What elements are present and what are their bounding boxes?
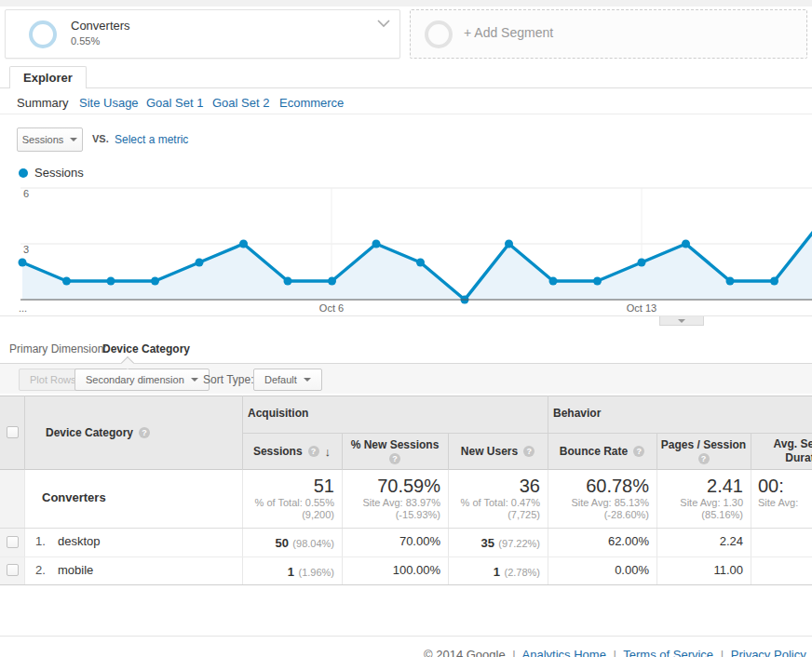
help-icon[interactable]: ? [389, 453, 400, 464]
top-strip [0, 0, 812, 7]
secondary-dimension-dropdown[interactable]: Secondary dimension [74, 369, 210, 391]
chevron-down-icon[interactable] [377, 20, 390, 28]
help-icon[interactable]: ? [139, 427, 150, 438]
svg-text:3: 3 [23, 244, 29, 255]
svg-text:6: 6 [23, 188, 29, 199]
column-header-label: Pages / Session [661, 438, 746, 451]
cell-new-users: 35 (97.22%) [448, 534, 548, 551]
caret-down-icon [304, 378, 311, 382]
column-header-label: Bounce Rate [560, 445, 628, 458]
primary-dimension-label: Primary Dimension: [9, 342, 107, 355]
empty-segment-circle-icon [425, 20, 453, 48]
row-checkbox[interactable] [7, 536, 19, 548]
summary-new-users: 36 % of Total: 0.47% (7,725) [448, 476, 548, 521]
caret-down-icon [191, 378, 198, 382]
separator: | [614, 648, 616, 657]
subtab-site-usage[interactable]: Site Usage [79, 96, 139, 110]
column-header-new-users[interactable]: New Users ? [448, 433, 548, 470]
cell-bounce-rate: 62.00% [548, 534, 656, 548]
svg-text:...: ... [19, 302, 27, 314]
legend-dot-icon [19, 168, 28, 178]
separator: | [512, 648, 515, 657]
column-header-label: Avg. Session Duration [756, 437, 812, 465]
add-segment-button[interactable]: + Add Segment [410, 9, 807, 59]
collapse-chart-button[interactable] [659, 316, 704, 326]
group-header-acquisition: Acquisition [248, 407, 308, 420]
footer: © 2014 Google | Analytics Home | Terms o… [424, 648, 812, 657]
subtab-goal-set-1[interactable]: Goal Set 1 [146, 96, 203, 110]
column-header-label: % New Sessions [351, 438, 440, 451]
row-checkbox[interactable] [7, 564, 19, 576]
subtab-summary[interactable]: Summary [17, 96, 69, 110]
help-icon[interactable]: ? [698, 453, 710, 464]
add-segment-label: + Add Segment [464, 25, 553, 40]
chart-series [19, 221, 812, 304]
grid-line [24, 396, 25, 470]
column-header-avg-duration[interactable]: Avg. Session Duration [751, 433, 812, 470]
metric-dropdown[interactable]: Sessions [17, 127, 83, 152]
cell-pages-session: 11.00 [656, 563, 751, 577]
summary-new-sessions: 70.59% Site Avg: 83.97% (-15.93%) [342, 476, 448, 521]
summary-bounce-rate: 60.78% Site Avg: 85.13% (-28.60%) [548, 476, 656, 521]
help-icon[interactable]: ? [523, 446, 535, 457]
summary-avg-duration: 00: Site Avg: [758, 476, 798, 509]
segment-percent: 0.55% [71, 35, 100, 47]
column-header-sessions[interactable]: Sessions ? ↓ [242, 433, 342, 470]
copyright: © 2014 Google [424, 648, 506, 657]
row-divider [0, 528, 812, 529]
row-index: 1. [35, 534, 46, 548]
group-header-behavior: Behavior [553, 407, 601, 420]
column-header-pages-session[interactable]: Pages / Session ? [656, 433, 751, 470]
primary-dimension-device-category[interactable]: Device Category [102, 342, 190, 355]
metric-dropdown-label: Sessions [22, 134, 64, 145]
svg-text:Oct 6: Oct 6 [319, 302, 344, 314]
tab-divider [0, 87, 812, 88]
cell-pages-session: 2.24 [656, 534, 751, 548]
row-divider [0, 556, 812, 557]
cell-sessions: 1 (1.96%) [242, 563, 342, 580]
vs-label: VS. [92, 133, 109, 144]
secondary-dimension-label: Secondary dimension [86, 374, 184, 385]
cell-sessions: 50 (98.04%) [242, 534, 342, 551]
sort-type-value: Default [264, 374, 297, 385]
sort-type-dropdown[interactable]: Default [253, 369, 322, 391]
sort-descending-icon[interactable]: ↓ [325, 445, 332, 459]
column-header-device-category[interactable]: Device Category ? [46, 396, 232, 470]
footer-link-analytics-home[interactable]: Analytics Home [522, 648, 606, 657]
svg-text:Oct 13: Oct 13 [627, 302, 656, 314]
column-header-label: Device Category [46, 426, 133, 439]
help-icon[interactable]: ? [308, 446, 319, 457]
cell-new-sessions: 100.00% [342, 563, 448, 577]
subtab-ecommerce[interactable]: Ecommerce [279, 96, 344, 110]
column-header-label: New Users [461, 445, 518, 458]
subtab-goal-set-2[interactable]: Goal Set 2 [212, 96, 269, 110]
row-device-name: mobile [58, 563, 93, 577]
segment-card-converters[interactable]: Converters 0.55% [5, 9, 400, 59]
cell-bounce-rate: 0.00% [548, 563, 656, 577]
analytics-report: Converters 0.55% + Add Segment Explorer … [0, 0, 812, 657]
legend-label: Sessions [34, 166, 84, 180]
summary-row-name: Converters [42, 490, 106, 504]
cell-new-sessions: 70.00% [342, 534, 448, 548]
table-bottom-border [0, 584, 812, 585]
select-a-metric-link[interactable]: Select a metric [115, 133, 188, 146]
footer-link-terms[interactable]: Terms of Service [623, 648, 713, 657]
footer-link-privacy[interactable]: Privacy Policy [731, 648, 806, 657]
segment-name: Converters [71, 19, 130, 33]
column-header-bounce-rate[interactable]: Bounce Rate ? [548, 433, 656, 470]
summary-sessions: 51 % of Total: 0.55% (9,200) [242, 476, 342, 521]
select-all-checkbox[interactable] [7, 426, 19, 438]
row-index: 2. [35, 563, 46, 577]
column-header-new-sessions[interactable]: % New Sessions ? [342, 433, 448, 470]
caret-down-icon [70, 138, 77, 141]
sessions-chart: 6 3 ... Oct 6 Oct 13 [0, 182, 812, 315]
tab-explorer[interactable]: Explorer [9, 66, 87, 88]
column-header-label: Sessions [253, 445, 303, 458]
row-device-name: desktop [58, 534, 101, 548]
separator: | [721, 648, 724, 657]
summary-pages-session: 2.41 Site Avg: 1.30 (85.16%) [656, 476, 751, 521]
triangle-down-icon [678, 319, 685, 323]
help-icon[interactable]: ? [633, 446, 644, 457]
sort-type-label: Sort Type: [203, 373, 253, 386]
subtab-divider [0, 114, 812, 114]
